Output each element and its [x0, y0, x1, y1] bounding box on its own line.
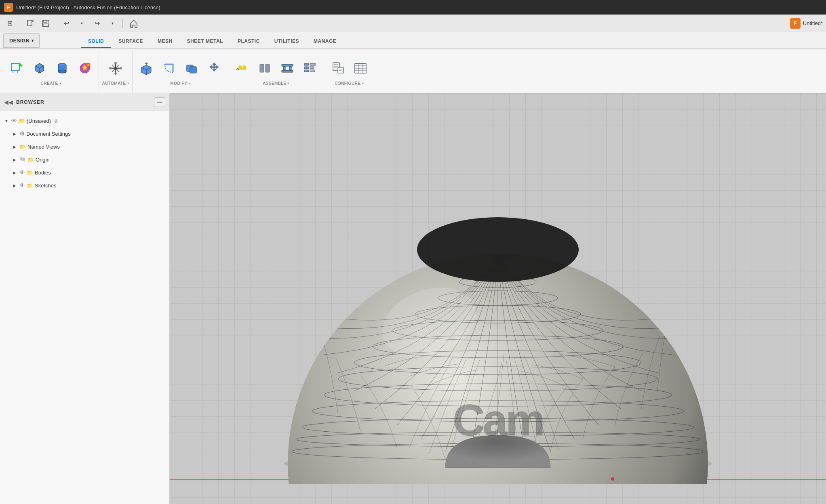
- tree-sketches[interactable]: ▶ 👁 📁 Sketches: [0, 179, 169, 192]
- svg-rect-29: [282, 64, 293, 66]
- create-label[interactable]: CREATE ▾: [41, 81, 61, 86]
- grid-button[interactable]: ⊞: [3, 18, 16, 29]
- modify-chevron: ▾: [188, 82, 190, 85]
- combine-icon: [184, 61, 199, 77]
- modify-combine[interactable]: [181, 59, 202, 80]
- modify-label[interactable]: MODIFY ▾: [170, 81, 190, 86]
- design-button[interactable]: DESIGN ▾: [3, 33, 40, 48]
- bodies-label: Bodies: [35, 170, 51, 176]
- expand-icon[interactable]: ▶: [11, 130, 18, 137]
- undo-button[interactable]: ↩: [60, 18, 73, 29]
- automate-icons-row: [103, 59, 128, 80]
- design-arrow: ▾: [32, 38, 34, 43]
- svg-text:Cam: Cam: [453, 395, 543, 445]
- assemble-rigid-tool[interactable]: [254, 59, 275, 80]
- star-icon: [78, 61, 92, 77]
- modify-press-pull[interactable]: [136, 59, 157, 80]
- expand-icon[interactable]: ▶: [11, 143, 18, 150]
- create-sketch-tool[interactable]: [6, 59, 27, 80]
- eye-slash-icon[interactable]: [19, 156, 26, 164]
- tree-origin[interactable]: ▶ 📁 Origin: [0, 153, 169, 166]
- press-pull-icon: [139, 61, 154, 77]
- redo-button[interactable]: ↪: [91, 18, 103, 29]
- configure-table-tool[interactable]: [350, 59, 371, 80]
- expand-icon[interactable]: ▶: [11, 169, 18, 176]
- tab-mesh[interactable]: MESH: [150, 35, 180, 48]
- automate-tool[interactable]: [103, 59, 128, 80]
- create-cylinder-tool[interactable]: [52, 59, 73, 80]
- tab-surface[interactable]: SURFACE: [111, 35, 150, 48]
- top-toolbar: ⊞ ↩ ▾ ↪ ▾ F Untitled*: [0, 15, 826, 32]
- modify-move[interactable]: [204, 59, 225, 80]
- assemble-joint-tool[interactable]: [232, 59, 253, 80]
- app-icon: F: [4, 3, 13, 12]
- create-chevron: ▾: [59, 82, 61, 85]
- svg-rect-37: [310, 67, 314, 69]
- joint2-icon: [280, 61, 295, 77]
- redo-dropdown[interactable]: ▾: [106, 18, 119, 29]
- home-button[interactable]: [126, 18, 141, 29]
- expand-icon[interactable]: ▶: [11, 156, 18, 163]
- sidebar: ◀◀ BROWSER — ▼ 👁 📁 (Unsaved) ◎ ▶ ⚙ Docum…: [0, 93, 170, 504]
- tab-manage[interactable]: MANAGE: [306, 35, 343, 48]
- separator: [56, 19, 56, 28]
- move-icon: [207, 61, 221, 77]
- automate-chevron: ▾: [127, 82, 129, 85]
- rigid-icon: [257, 61, 272, 77]
- modify-fillet[interactable]: [158, 59, 179, 80]
- fillet-icon: [162, 61, 176, 77]
- configure-chevron: ▾: [362, 82, 364, 85]
- assemble-label[interactable]: ASSEMBLE ▾: [263, 81, 289, 86]
- create-more-tool[interactable]: [74, 59, 95, 80]
- undo-dropdown[interactable]: ▾: [75, 18, 88, 29]
- axis-marker: [611, 477, 614, 481]
- svg-rect-34: [304, 67, 309, 69]
- icon-toolbar: CREATE ▾: [0, 48, 826, 95]
- svg-rect-31: [283, 66, 285, 70]
- save-button[interactable]: [39, 18, 52, 29]
- assemble-joint2-tool[interactable]: [277, 59, 298, 80]
- expand-icon[interactable]: ▼: [3, 118, 10, 124]
- viewport[interactable]: Cam: [170, 93, 826, 504]
- tab-solid[interactable]: SOLID: [81, 35, 111, 48]
- tree-document-settings[interactable]: ▶ ⚙ Document Settings: [0, 127, 169, 140]
- tree-named-views[interactable]: ▶ 📁 Named Views: [0, 140, 169, 153]
- automate-group: AUTOMATE ▾: [99, 50, 133, 93]
- configure-label[interactable]: CONFIGURE ▾: [335, 81, 364, 86]
- svg-text:F: F: [794, 21, 796, 26]
- tree-bodies[interactable]: ▶ 👁 📁 Bodies: [0, 166, 169, 179]
- tab-plastic[interactable]: PLASTIC: [230, 35, 267, 48]
- toolbar: ⊞ ↩ ▾ ↪ ▾ F Untitled* DESIGN ▾: [0, 15, 826, 93]
- browser-collapse-button[interactable]: ◀◀: [4, 99, 13, 105]
- sketches-label: Sketches: [35, 183, 56, 189]
- svg-rect-25: [239, 66, 241, 69]
- tree-root[interactable]: ▼ 👁 📁 (Unsaved) ◎: [0, 114, 169, 127]
- tab-utilities[interactable]: UTILITIES: [267, 35, 306, 48]
- tab-sheet-metal[interactable]: SHEET METAL: [180, 35, 230, 48]
- browser-menu-button[interactable]: —: [154, 97, 165, 107]
- automate-label[interactable]: AUTOMATE ▾: [102, 81, 129, 86]
- browser-tree: ▼ 👁 📁 (Unsaved) ◎ ▶ ⚙ Document Settings …: [0, 111, 169, 195]
- table-icon: [353, 61, 368, 77]
- window-title: Untitled* (First Project) - Autodesk Fus…: [16, 4, 160, 10]
- joint-icon: [235, 61, 249, 77]
- configure-icon: [303, 61, 317, 77]
- new-button[interactable]: [24, 18, 37, 29]
- eye-icon[interactable]: 👁: [19, 182, 25, 189]
- eye-icon[interactable]: 👁: [19, 169, 25, 176]
- configure-group: CONFIGURE ▾: [324, 50, 374, 93]
- create-box-tool[interactable]: [29, 59, 50, 80]
- expand-icon[interactable]: ▶: [11, 182, 18, 189]
- create-icons-row: [6, 59, 95, 80]
- box-icon: [32, 61, 47, 77]
- settings-icon: ⚙: [19, 130, 25, 137]
- svg-rect-4: [43, 24, 48, 26]
- assemble-configure-tool[interactable]: [299, 59, 320, 80]
- configure-icons-row: [327, 59, 371, 80]
- app-title-area: F Untitled*: [790, 18, 823, 29]
- svg-point-19: [109, 67, 112, 69]
- eye-icon[interactable]: 👁: [11, 118, 17, 124]
- configure-rules-tool[interactable]: [327, 59, 348, 80]
- browser-title: BROWSER: [16, 99, 151, 105]
- target-icon: ◎: [54, 118, 58, 124]
